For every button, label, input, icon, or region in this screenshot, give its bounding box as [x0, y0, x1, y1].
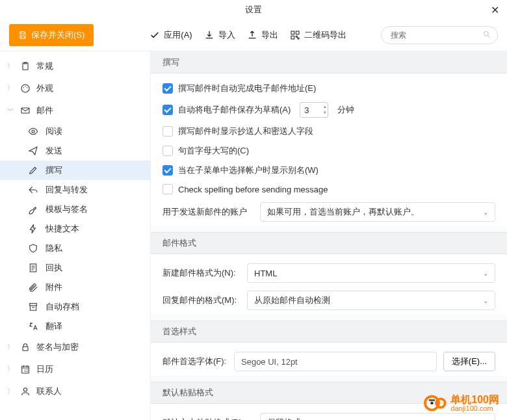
svg-rect-0	[291, 31, 294, 34]
svg-point-5	[21, 85, 29, 92]
sidebar-item-translate[interactable]: 翻译	[0, 317, 150, 336]
reply-format-label: 回复邮件的格式(M):	[162, 295, 240, 306]
check-icon	[150, 30, 160, 40]
autosave-interval-input[interactable]: 3 ▴▾	[300, 102, 328, 118]
import-icon	[204, 30, 214, 40]
chevron-right-icon: 〉	[6, 387, 14, 396]
eye-icon	[27, 126, 39, 137]
sidebar-item-read[interactable]: 阅读	[0, 122, 150, 141]
pencil-icon	[27, 165, 39, 176]
import-button[interactable]: 导入	[204, 29, 235, 41]
spinner-icon[interactable]: ▴▾	[324, 103, 326, 115]
sidebar-item-reply[interactable]: 回复与转发	[0, 180, 150, 200]
svg-point-3	[484, 31, 488, 36]
checkbox-ccbcc[interactable]	[162, 126, 173, 137]
bolt-icon	[27, 224, 39, 234]
checkbox-alias[interactable]	[162, 165, 173, 176]
chevron-right-icon: 〉	[6, 84, 14, 93]
chevron-down-icon: ﹀	[6, 106, 14, 115]
sidebar-item-receipt[interactable]: 回执	[0, 258, 150, 278]
svg-text:12: 12	[24, 369, 28, 373]
svg-point-10	[32, 130, 34, 133]
svg-rect-2	[291, 36, 294, 39]
close-icon[interactable]: ✕	[491, 4, 499, 16]
font-display: Segoe UI, 12pt	[234, 352, 437, 371]
export-icon	[247, 30, 257, 40]
translate-icon	[27, 321, 39, 332]
sidebar-item-privacy[interactable]: 隐私	[0, 239, 150, 258]
section-header-format: 邮件格式	[151, 232, 507, 254]
new-format-label: 新建邮件格式为(N):	[162, 267, 240, 279]
shield-icon	[27, 243, 39, 254]
checkbox-autosave-suffix: 分钟	[337, 104, 354, 116]
chevron-right-icon: 〉	[6, 62, 14, 71]
reply-icon	[27, 185, 39, 195]
sidebar-group-appearance[interactable]: 〉 外观	[0, 77, 150, 99]
watermark-url: danji100.com	[450, 405, 499, 412]
sidebar-item-template[interactable]: 模板与签名	[0, 200, 150, 219]
section-header-style: 首选样式	[151, 321, 507, 343]
sidebar-item-autofile[interactable]: 自动存档	[0, 297, 150, 317]
sidebar-group-calendar[interactable]: 〉 12 日历	[0, 358, 150, 380]
search-icon	[482, 30, 491, 41]
paste-format-label: 默认文本粘贴格式(D):	[162, 417, 254, 420]
svg-point-19	[431, 402, 434, 405]
archive-icon	[27, 302, 39, 312]
svg-point-8	[27, 87, 27, 88]
checkbox-autosave-prefix: 自动将电子邮件保存为草稿(A)	[178, 104, 291, 116]
chevron-right-icon: 〉	[6, 343, 14, 352]
content-panel: 撰写 撰写邮件时自动完成电子邮件地址(E) 自动将电子邮件保存为草稿(A) 3 …	[151, 51, 507, 420]
svg-rect-13	[23, 347, 28, 350]
checkbox-autosave[interactable]	[162, 105, 173, 115]
section-header-compose: 撰写	[151, 51, 507, 73]
sidebar-item-send[interactable]: 发送	[0, 141, 150, 161]
save-close-button[interactable]: 保存并关闭(S)	[9, 24, 94, 46]
reply-format-select[interactable]: 从原始邮件自动检测 ⌄	[247, 291, 495, 310]
apply-button[interactable]: 应用(A)	[150, 29, 192, 41]
checkbox-autocomplete[interactable]	[162, 83, 173, 94]
chevron-down-icon: ⌄	[483, 297, 488, 304]
checkbox-autocomplete-label: 撰写邮件时自动完成电子邮件地址(E)	[178, 83, 316, 94]
sidebar-group-general[interactable]: 〉 常规	[0, 55, 150, 77]
palette-icon	[20, 83, 31, 94]
svg-rect-1	[296, 31, 299, 34]
sidebar: 〉 常规 〉 外观 ﹀ 邮件 阅读 发送 撰写 回复与转发	[0, 51, 151, 420]
svg-rect-12	[30, 304, 37, 306]
qrcode-button[interactable]: 二维码导出	[290, 29, 346, 41]
save-icon	[18, 31, 27, 40]
user-icon	[20, 386, 31, 397]
sidebar-item-compose[interactable]: 撰写	[0, 161, 150, 180]
export-button[interactable]: 导出	[247, 29, 278, 41]
envelope-icon	[20, 105, 31, 116]
svg-rect-9	[21, 108, 29, 113]
receipt-icon	[27, 263, 39, 273]
font-label: 邮件首选字体(F):	[162, 356, 228, 367]
account-label: 用于发送新邮件的账户	[162, 206, 254, 218]
watermark-title: 单机100网	[450, 395, 499, 405]
sidebar-item-quicktext[interactable]: 快捷文本	[0, 219, 150, 239]
qrcode-icon	[290, 30, 300, 40]
svg-point-7	[25, 86, 25, 86]
sidebar-item-attach[interactable]: 附件	[0, 278, 150, 297]
account-select[interactable]: 如果可用，首选当前账户，再默认账户。 ⌄	[260, 202, 495, 222]
svg-point-16	[23, 388, 27, 391]
pen-icon	[27, 204, 39, 215]
new-format-select[interactable]: HTML ⌄	[247, 263, 495, 283]
chevron-down-icon: ⌄	[483, 209, 488, 216]
save-close-label: 保存并关闭(S)	[31, 29, 84, 41]
window-title: 设置	[245, 4, 262, 16]
checkbox-spellcheck[interactable]	[162, 184, 173, 194]
checkbox-spellcheck-label: Check spelling before sending message	[178, 185, 328, 194]
search-input[interactable]	[381, 26, 498, 44]
clipboard-icon	[20, 61, 31, 72]
font-choose-button[interactable]: 选择(E)...	[443, 352, 495, 371]
checkbox-capital-label: 句首字母大写的(C)	[178, 145, 249, 157]
checkbox-capital[interactable]	[162, 146, 173, 156]
sidebar-group-contacts[interactable]: 〉 联系人	[0, 380, 150, 402]
sidebar-group-sign[interactable]: 〉 签名与加密	[0, 336, 150, 358]
chevron-down-icon: ⌄	[483, 270, 488, 277]
watermark-logo-icon	[423, 391, 447, 415]
chevron-right-icon: 〉	[6, 365, 14, 374]
sidebar-group-mail[interactable]: ﹀ 邮件	[0, 99, 150, 122]
paperplane-icon	[27, 146, 39, 156]
